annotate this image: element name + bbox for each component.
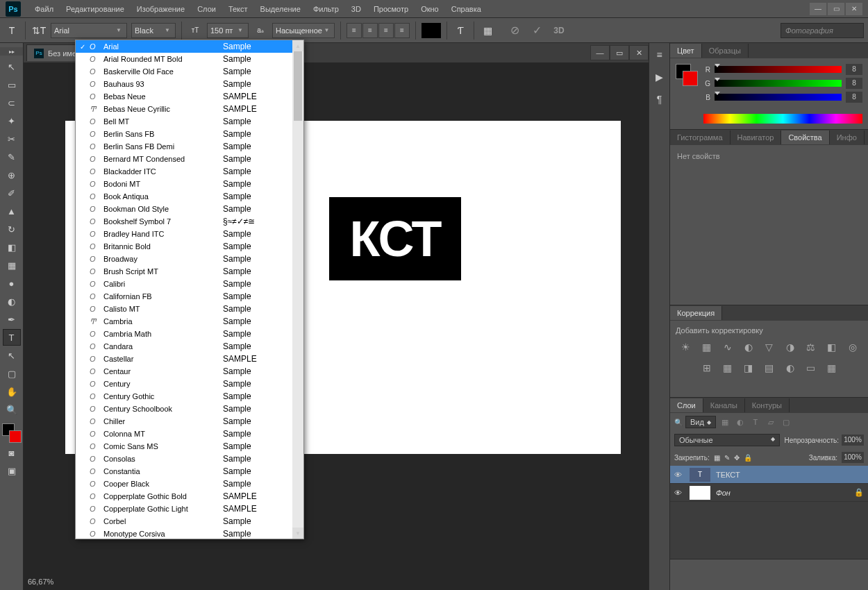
lookup-icon[interactable]: ▦ [721,361,735,375]
character-panel-button[interactable]: ▦ [480,23,495,38]
photo-filter-icon[interactable]: ◎ [846,340,860,354]
font-option[interactable]: OBebas NeueSAMPLE [76,90,292,103]
expand-tools[interactable]: ▸▸ [0,47,23,56]
paragraph-panel-icon[interactable]: ¶ [652,92,667,107]
warp-text-button[interactable]: Ƭ [453,23,468,38]
tab-properties[interactable]: Свойства [781,130,829,144]
text-orientation-icon[interactable]: ⇅T [31,23,47,38]
eyedropper-tool[interactable]: ✎ [3,149,21,165]
spectrum-bar[interactable] [703,114,862,124]
quickmask-tool[interactable]: ◙ [3,444,21,461]
lasso-tool[interactable]: ⊂ [3,94,21,111]
lock-pixels-icon[interactable]: ▦ [714,454,720,462]
tab-info[interactable]: Инфо [830,130,865,144]
brush-tool[interactable]: ✐ [3,185,21,201]
pen-tool[interactable]: ✒ [3,311,21,328]
font-option[interactable]: ͲCambriaSample [76,315,292,328]
stamp-tool[interactable]: ▲ [3,203,21,219]
align-left-button[interactable]: ≡ [347,23,362,38]
brightness-icon[interactable]: ☀ [679,340,693,354]
threshold-icon[interactable]: ◐ [783,361,797,375]
font-option[interactable]: OBerlin Sans FBSample [76,128,292,140]
balance-icon[interactable]: ⚖ [804,340,818,354]
close-button[interactable]: ✕ [846,3,862,15]
font-family-dropdown[interactable]: Arial ▼ [51,23,127,38]
font-option[interactable]: OBernard MT CondensedSample [76,153,292,165]
font-weight-dropdown[interactable]: Black ▼ [131,23,176,38]
scroll-thumb[interactable] [294,51,302,121]
filter-smart-icon[interactable]: ▢ [780,416,792,428]
tab-channels[interactable]: Каналы [703,398,745,412]
zoom-tool[interactable]: 🔍 [3,401,21,418]
history-panel-icon[interactable]: ≡ [652,47,667,62]
font-option[interactable]: OCalisto MTSample [76,303,292,315]
antialias-dropdown[interactable]: Насыщенное ▼ [272,23,335,38]
menu-Редактирование[interactable]: Редактирование [60,2,131,16]
font-option[interactable]: ͲBebas Neue CyrillicSAMPLE [76,103,292,115]
layer-row[interactable]: 👁TТЕКСТ [670,466,868,484]
healing-tool[interactable]: ⊕ [3,167,21,183]
type-tool[interactable]: T [3,329,21,346]
font-option[interactable]: OColonna MTSample [76,428,292,440]
font-option[interactable]: OBookman Old StyleSample [76,203,292,215]
align-center-button[interactable]: ≡ [362,23,378,38]
font-option[interactable]: OConsolasSample [76,453,292,465]
font-option[interactable]: OBroadwaySample [76,253,292,265]
posterize-icon[interactable]: ▤ [762,361,776,375]
cancel-icon[interactable]: ⊘ [506,22,523,39]
doc-close[interactable]: ✕ [629,45,649,60]
menu-Справка[interactable]: Справка [445,2,487,16]
hand-tool[interactable]: ✋ [3,383,21,400]
menu-3D[interactable]: 3D [345,2,367,16]
history-brush-tool[interactable]: ↻ [3,221,21,237]
panel-color-swatches[interactable] [676,64,698,86]
filter-type-icon[interactable]: T [749,416,762,428]
font-option[interactable]: OComic Sans MSSample [76,440,292,453]
marquee-tool[interactable]: ▭ [3,76,21,93]
font-option[interactable]: OCentaurSample [76,365,292,378]
font-option[interactable]: OCambria MathSample [76,328,292,340]
menu-Окно[interactable]: Окно [415,2,445,16]
font-size-dropdown[interactable]: 150 пт ▼ [207,23,249,38]
filter-shape-icon[interactable]: ▱ [765,416,777,428]
font-scrollbar[interactable]: ▲ ▼ [292,40,303,539]
menu-Просмотр[interactable]: Просмотр [367,2,415,16]
tab-adjustments[interactable]: Коррекция [670,306,722,320]
minimize-button[interactable]: — [810,3,826,15]
font-option[interactable]: OCopperplate Gothic BoldSAMPLE [76,490,292,503]
visibility-icon[interactable]: 👁 [674,489,684,497]
font-option[interactable]: OBerlin Sans FB DemiSample [76,140,292,153]
fill-value[interactable]: 100% [842,452,864,463]
font-option[interactable]: OBell MTSample [76,115,292,128]
font-option[interactable]: ✓OArialSample [76,40,292,53]
font-option[interactable]: OMonotype CorsivaSample [76,528,292,539]
doc-maximize[interactable]: ▭ [610,45,629,60]
bw-icon[interactable]: ◧ [825,340,839,354]
gradient-map-icon[interactable]: ▭ [804,361,818,375]
font-option[interactable]: OBlackadder ITCSample [76,165,292,178]
font-option[interactable]: OChillerSample [76,415,292,428]
dodge-tool[interactable]: ◐ [3,293,21,310]
font-option[interactable]: OCorbelSample [76,515,292,528]
layer-row[interactable]: 👁Фон🔒 [670,484,868,502]
tab-swatches[interactable]: Образцы [702,44,749,58]
font-option[interactable]: OBritannic BoldSample [76,240,292,253]
scroll-down-icon[interactable]: ▼ [292,528,303,539]
curves-icon[interactable]: ∿ [721,340,735,354]
opacity-value[interactable]: 100% [842,435,864,446]
3d-icon[interactable]: 3D [551,22,567,39]
font-option[interactable]: OCentury SchoolbookSample [76,403,292,415]
eraser-tool[interactable]: ◧ [3,239,21,255]
font-option[interactable]: OCentury GothicSample [76,390,292,403]
font-option[interactable]: OBookshelf Symbol 7§≈≠✓≠≅ [76,215,292,228]
layer-filter-dropdown[interactable]: Вид◆ [685,416,716,428]
menu-Текст[interactable]: Текст [222,2,254,16]
g-value[interactable]: 8 [846,78,862,89]
scroll-up-icon[interactable]: ▲ [292,40,303,51]
tab-layers[interactable]: Слои [670,398,703,412]
b-slider[interactable] [715,94,842,101]
font-option[interactable]: OCenturySample [76,378,292,390]
font-option[interactable]: OBradley Hand ITCSample [76,228,292,240]
tab-color[interactable]: Цвет [670,44,702,58]
shape-tool[interactable]: ▢ [3,365,21,382]
